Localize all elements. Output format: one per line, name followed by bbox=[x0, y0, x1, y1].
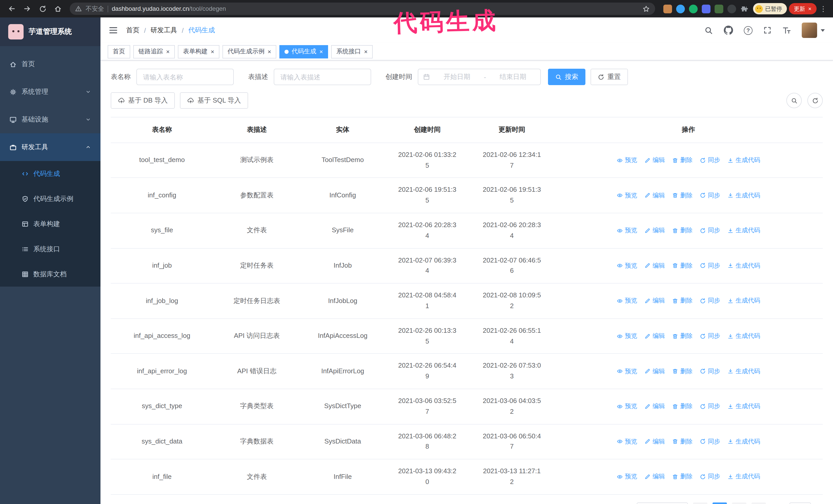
generate-code-link[interactable]: 生成代码 bbox=[728, 155, 760, 165]
tab-home[interactable]: 首页 bbox=[108, 45, 130, 58]
update-button[interactable]: 更新 × bbox=[789, 3, 816, 14]
reload-icon[interactable] bbox=[36, 2, 49, 16]
tab-tracing[interactable]: 链路追踪 × bbox=[133, 45, 175, 58]
edit-link[interactable]: 编辑 bbox=[644, 155, 665, 165]
close-icon[interactable]: × bbox=[268, 48, 271, 55]
prev-page-button[interactable]: ‹ bbox=[693, 502, 708, 504]
preview-link[interactable]: 预览 bbox=[617, 331, 637, 341]
sidebar-item-form-builder[interactable]: 表单构建 bbox=[0, 211, 100, 236]
sidebar-toggle-icon[interactable] bbox=[109, 26, 118, 35]
goto-page-input[interactable] bbox=[789, 502, 811, 504]
tab-codegen-example[interactable]: 代码生成示例 × bbox=[222, 45, 276, 58]
sync-link[interactable]: 同步 bbox=[700, 155, 720, 165]
sidebar-item-codegen[interactable]: 代码生成 bbox=[0, 161, 100, 186]
puzzle-icon[interactable] bbox=[740, 5, 748, 13]
page-button-2[interactable]: 2 bbox=[732, 502, 746, 504]
close-icon[interactable]: × bbox=[166, 48, 170, 55]
extension-icon-2[interactable] bbox=[676, 4, 685, 13]
page-size-select[interactable]: 10条/页 bbox=[637, 502, 688, 504]
sync-link[interactable]: 同步 bbox=[700, 225, 720, 235]
generate-code-link[interactable]: 生成代码 bbox=[728, 437, 760, 447]
edit-link[interactable]: 编辑 bbox=[644, 437, 665, 447]
home-icon[interactable] bbox=[51, 2, 65, 16]
generate-code-link[interactable]: 生成代码 bbox=[728, 296, 760, 306]
sync-link[interactable]: 同步 bbox=[700, 366, 720, 376]
bookmark-star-icon[interactable] bbox=[642, 5, 650, 13]
delete-link[interactable]: 删除 bbox=[672, 402, 693, 411]
breadcrumb-devtools[interactable]: 研发工具 bbox=[150, 26, 177, 35]
refresh-table-button[interactable] bbox=[807, 93, 823, 108]
edit-link[interactable]: 编辑 bbox=[644, 366, 665, 376]
breadcrumb-home[interactable]: 首页 bbox=[126, 26, 139, 35]
delete-link[interactable]: 删除 bbox=[672, 190, 693, 200]
import-db-button[interactable]: 基于 DB 导入 bbox=[111, 92, 175, 109]
close-icon[interactable]: × bbox=[211, 48, 214, 55]
generate-code-link[interactable]: 生成代码 bbox=[728, 402, 760, 411]
avatar[interactable] bbox=[802, 23, 817, 38]
help-icon[interactable]: ? bbox=[744, 26, 753, 34]
security-label[interactable]: 不安全 bbox=[86, 4, 104, 13]
sync-link[interactable]: 同步 bbox=[700, 437, 720, 447]
generate-code-link[interactable]: 生成代码 bbox=[728, 366, 760, 376]
delete-link[interactable]: 删除 bbox=[672, 366, 693, 376]
address-bar[interactable]: 不安全 dashboard.yudao.iocoder.cn/tool/code… bbox=[70, 3, 655, 15]
page-button-1[interactable]: 1 bbox=[713, 502, 727, 504]
sync-link[interactable]: 同步 bbox=[700, 331, 720, 341]
generate-code-link[interactable]: 生成代码 bbox=[728, 190, 760, 200]
search-button[interactable]: 搜索 bbox=[548, 69, 586, 85]
sync-link[interactable]: 同步 bbox=[700, 296, 720, 306]
preview-link[interactable]: 预览 bbox=[617, 225, 637, 235]
preview-link[interactable]: 预览 bbox=[617, 366, 637, 376]
preview-link[interactable]: 预览 bbox=[617, 437, 637, 447]
sync-link[interactable]: 同步 bbox=[700, 472, 720, 482]
preview-link[interactable]: 预览 bbox=[617, 155, 637, 165]
delete-link[interactable]: 删除 bbox=[672, 261, 693, 271]
table-desc-input[interactable] bbox=[274, 69, 371, 85]
preview-link[interactable]: 预览 bbox=[617, 402, 637, 411]
generate-code-link[interactable]: 生成代码 bbox=[728, 225, 760, 235]
extension-icon-4[interactable] bbox=[701, 4, 710, 13]
font-size-icon[interactable] bbox=[782, 26, 791, 34]
close-icon[interactable]: × bbox=[808, 6, 811, 12]
extension-icon-3[interactable] bbox=[689, 4, 697, 13]
create-time-range-picker[interactable]: 开始日期 - 结束日期 bbox=[418, 69, 541, 85]
delete-link[interactable]: 删除 bbox=[672, 472, 693, 482]
extension-icon-6[interactable] bbox=[727, 4, 736, 13]
tab-system-api[interactable]: 系统接口 × bbox=[331, 45, 373, 58]
sidebar-item-devtools[interactable]: 研发工具 bbox=[0, 133, 100, 161]
import-sql-button[interactable]: 基于 SQL 导入 bbox=[180, 92, 248, 109]
close-icon[interactable]: × bbox=[319, 48, 323, 55]
sync-link[interactable]: 同步 bbox=[700, 402, 720, 411]
tab-form-builder[interactable]: 表单构建 × bbox=[178, 45, 219, 58]
edit-link[interactable]: 编辑 bbox=[644, 296, 665, 306]
close-icon[interactable]: × bbox=[364, 48, 367, 55]
delete-link[interactable]: 删除 bbox=[672, 437, 693, 447]
toggle-search-button[interactable] bbox=[786, 93, 802, 108]
extension-icon-1[interactable] bbox=[663, 4, 672, 13]
edit-link[interactable]: 编辑 bbox=[644, 402, 665, 411]
generate-code-link[interactable]: 生成代码 bbox=[728, 331, 760, 341]
tab-codegen[interactable]: 代码生成 × bbox=[279, 45, 328, 58]
table-name-input[interactable] bbox=[136, 69, 234, 85]
browser-menu-icon[interactable]: ⋮ bbox=[819, 5, 828, 13]
generate-code-link[interactable]: 生成代码 bbox=[728, 261, 760, 271]
profile-paused-chip[interactable]: 已暂停 bbox=[753, 3, 787, 14]
sidebar-item-codegen-example[interactable]: 代码生成示例 bbox=[0, 186, 100, 211]
edit-link[interactable]: 编辑 bbox=[644, 331, 665, 341]
sidebar-item-system[interactable]: 系统管理 bbox=[0, 78, 100, 105]
preview-link[interactable]: 预览 bbox=[617, 472, 637, 482]
preview-link[interactable]: 预览 bbox=[617, 261, 637, 271]
generate-code-link[interactable]: 生成代码 bbox=[728, 472, 760, 482]
sidebar-item-system-api[interactable]: 系统接口 bbox=[0, 236, 100, 262]
edit-link[interactable]: 编辑 bbox=[644, 472, 665, 482]
sidebar-item-db-docs[interactable]: 数据库文档 bbox=[0, 262, 100, 287]
sidebar-item-home[interactable]: 首页 bbox=[0, 50, 100, 78]
delete-link[interactable]: 删除 bbox=[672, 225, 693, 235]
delete-link[interactable]: 删除 bbox=[672, 296, 693, 306]
delete-link[interactable]: 删除 bbox=[672, 331, 693, 341]
sync-link[interactable]: 同步 bbox=[700, 190, 720, 200]
search-icon[interactable] bbox=[704, 26, 713, 34]
github-icon[interactable] bbox=[724, 26, 733, 35]
back-icon[interactable] bbox=[5, 2, 19, 16]
edit-link[interactable]: 编辑 bbox=[644, 225, 665, 235]
